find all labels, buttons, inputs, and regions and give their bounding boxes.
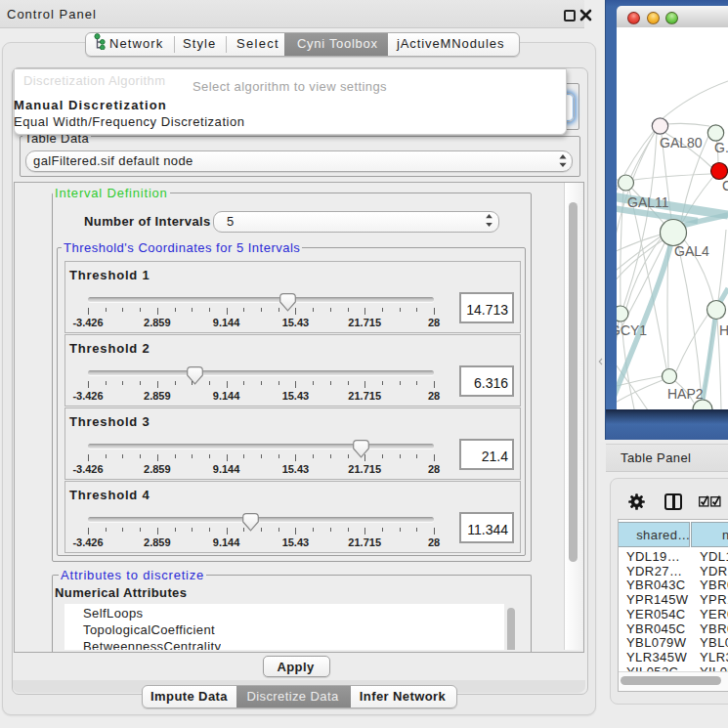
svg-text:G.: G. [714, 140, 728, 155]
svg-text:GCY1: GCY1 [617, 322, 647, 338]
svg-text:HAP2: HAP2 [667, 386, 704, 402]
svg-text:GAL11: GAL11 [627, 194, 669, 210]
svg-text:GAL4: GAL4 [674, 243, 709, 259]
svg-text:GAL80: GAL80 [660, 135, 703, 150]
svg-text:H: H [719, 322, 728, 338]
svg-text:C: C [722, 178, 728, 193]
